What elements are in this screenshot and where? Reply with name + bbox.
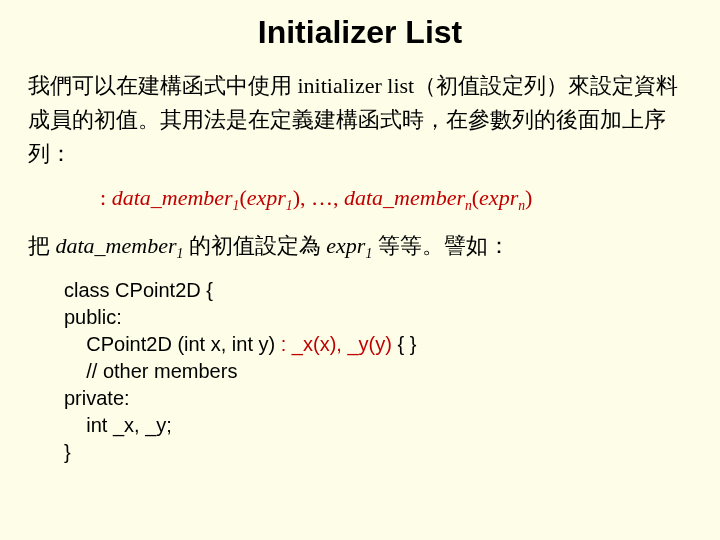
syntax-line: : data_member1(expr1), …, data_membern(e… xyxy=(100,185,692,214)
syntax-dm1: data_member xyxy=(112,185,233,210)
explain-paragraph: 把 data_member1 的初值設定為 expr1 等等。譬如： xyxy=(28,229,692,265)
syntax-rp1: ) xyxy=(293,185,300,210)
slide: Initializer List 我們可以在建構函式中使用 initialize… xyxy=(0,0,720,466)
code-l5: private: xyxy=(64,387,130,409)
code-l3-highlight: : _x(x), _y(y) xyxy=(281,333,392,355)
code-l3a: CPoint2D (int x, int y) xyxy=(64,333,281,355)
p2-t3: 等等。譬如： xyxy=(372,233,510,258)
p2-t2: 的初值設定為 xyxy=(183,233,326,258)
code-l7: } xyxy=(64,441,71,463)
syntax-subna: n xyxy=(465,199,472,214)
code-l2: public: xyxy=(64,306,122,328)
syntax-subnb: n xyxy=(518,199,525,214)
syntax-ex1: expr xyxy=(247,185,286,210)
code-l1: class CPoint2D { xyxy=(64,279,213,301)
p2-ex: expr xyxy=(326,233,365,258)
syntax-dmn: data_member xyxy=(344,185,465,210)
slide-title: Initializer List xyxy=(28,14,692,51)
syntax-lead: : xyxy=(100,185,112,210)
syntax-exn: expr xyxy=(479,185,518,210)
intro-paragraph: 我們可以在建構函式中使用 initializer list（初值設定列）來設定資… xyxy=(28,69,692,171)
syntax-lpn: ( xyxy=(472,185,479,210)
code-block: class CPoint2D { public: CPoint2D (int x… xyxy=(64,277,692,466)
syntax-sub1b: 1 xyxy=(286,199,293,214)
code-l4: // other members xyxy=(64,360,237,382)
syntax-lp1: ( xyxy=(239,185,246,210)
syntax-sep: , …, xyxy=(300,185,344,210)
p2-dm: data_member xyxy=(56,233,177,258)
code-l3c: { } xyxy=(392,333,416,355)
p2-t1: 把 xyxy=(28,233,56,258)
code-l6: int _x, _y; xyxy=(64,414,172,436)
syntax-rpn: ) xyxy=(525,185,532,210)
